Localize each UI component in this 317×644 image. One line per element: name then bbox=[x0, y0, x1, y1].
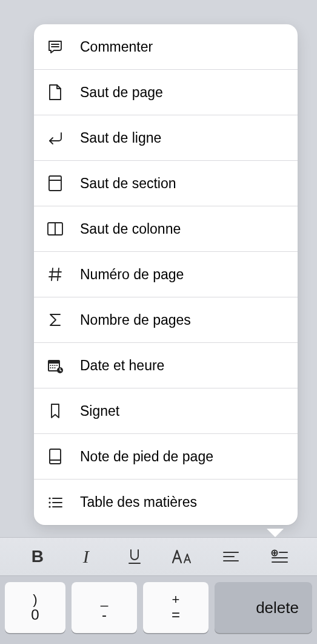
svg-line-7 bbox=[58, 268, 59, 280]
key-plus-equals[interactable]: + = bbox=[143, 582, 209, 633]
key-top-label: _ bbox=[101, 592, 108, 607]
svg-line-6 bbox=[52, 268, 53, 280]
align-button[interactable] bbox=[215, 543, 247, 570]
key-delete[interactable]: delete bbox=[215, 582, 312, 633]
key-delete-label: delete bbox=[256, 599, 299, 617]
svg-point-13 bbox=[50, 365, 51, 366]
menu-item-table-des-matieres[interactable]: Table des matières bbox=[34, 480, 298, 525]
sigma-icon bbox=[42, 312, 68, 328]
svg-point-22 bbox=[48, 497, 50, 499]
svg-point-15 bbox=[54, 365, 55, 366]
insert-menu-popover: Commenter Saut de page Saut de ligne bbox=[34, 24, 298, 525]
footnote-icon bbox=[42, 447, 68, 466]
menu-item-saut-de-section[interactable]: Saut de section bbox=[34, 161, 298, 206]
svg-rect-2 bbox=[49, 176, 61, 191]
menu-item-date-et-heure[interactable]: Date et heure bbox=[34, 343, 298, 388]
calendar-icon bbox=[42, 357, 68, 374]
font-size-button[interactable] bbox=[166, 543, 199, 570]
menu-item-label: Note de pied de page bbox=[80, 449, 213, 465]
key-top-label: ) bbox=[33, 592, 37, 607]
svg-point-23 bbox=[48, 501, 50, 503]
keyboard-row: ) 0 _ - + = delete bbox=[0, 576, 317, 644]
key-underscore-dash[interactable]: _ - bbox=[72, 582, 137, 633]
bookmark-icon bbox=[42, 402, 68, 419]
menu-item-label: Saut de section bbox=[80, 175, 176, 192]
key-top-label: + bbox=[172, 592, 180, 607]
comment-icon bbox=[42, 38, 68, 55]
menu-item-label: Commenter bbox=[80, 39, 153, 55]
svg-point-18 bbox=[52, 367, 53, 368]
svg-rect-20 bbox=[50, 449, 61, 464]
menu-item-label: Nombre de pages bbox=[80, 312, 191, 328]
hash-icon bbox=[42, 266, 68, 282]
menu-item-signet[interactable]: Signet bbox=[34, 388, 298, 434]
svg-point-19 bbox=[54, 367, 55, 368]
page-break-icon bbox=[42, 83, 68, 101]
svg-point-16 bbox=[56, 365, 58, 366]
menu-item-label: Saut de colonne bbox=[80, 221, 181, 237]
key-bottom-label: - bbox=[102, 607, 107, 623]
key-bottom-label: 0 bbox=[31, 607, 39, 623]
popover-arrow bbox=[267, 529, 284, 537]
column-break-icon bbox=[42, 221, 68, 237]
line-break-icon bbox=[42, 130, 68, 146]
menu-item-label: Date et heure bbox=[80, 358, 164, 374]
menu-item-numero-de-page[interactable]: Numéro de page bbox=[34, 252, 298, 297]
bold-button[interactable]: B bbox=[21, 543, 54, 570]
svg-point-14 bbox=[52, 365, 53, 366]
menu-item-saut-de-ligne[interactable]: Saut de ligne bbox=[34, 115, 298, 161]
menu-item-note-de-pied-de-page[interactable]: Note de pied de page bbox=[34, 434, 298, 480]
underline-button[interactable] bbox=[118, 543, 151, 570]
menu-item-nombre-de-pages[interactable]: Nombre de pages bbox=[34, 297, 298, 343]
insert-button[interactable] bbox=[263, 543, 296, 570]
menu-item-label: Numéro de page bbox=[80, 266, 184, 283]
menu-item-label: Saut de page bbox=[80, 84, 163, 101]
list-icon bbox=[42, 495, 68, 510]
format-toolbar: B I bbox=[0, 537, 317, 576]
svg-point-17 bbox=[50, 367, 51, 368]
menu-item-commenter[interactable]: Commenter bbox=[34, 24, 298, 70]
key-bottom-label: = bbox=[172, 607, 180, 623]
menu-item-label: Table des matières bbox=[80, 494, 197, 510]
menu-item-label: Signet bbox=[80, 403, 119, 419]
section-break-icon bbox=[42, 174, 68, 192]
menu-item-saut-de-colonne[interactable]: Saut de colonne bbox=[34, 206, 298, 252]
menu-item-saut-de-page[interactable]: Saut de page bbox=[34, 70, 298, 115]
italic-button[interactable]: I bbox=[70, 543, 102, 570]
menu-item-label: Saut de ligne bbox=[80, 130, 161, 146]
svg-point-24 bbox=[48, 506, 50, 507]
key-paren-zero[interactable]: ) 0 bbox=[5, 582, 65, 633]
